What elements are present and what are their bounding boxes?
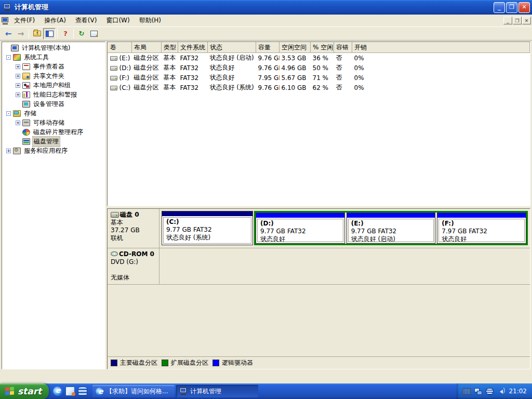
expand-expander[interactable]: + <box>6 149 11 153</box>
console-tree-icon <box>46 31 54 37</box>
col-capacity[interactable]: 容量 <box>256 43 280 53</box>
disk0-info[interactable]: 磁盘 0 基本 37.27 GB 联机 <box>108 209 159 248</box>
menu-view[interactable]: 查看(V) <box>71 15 102 26</box>
partition-c[interactable]: (C:) 9.77 GB FAT32 状态良好 (系统) <box>162 211 253 245</box>
legend-primary-partition: 主要磁盘分区 <box>111 358 157 367</box>
col-fault-tolerance[interactable]: 容错 <box>334 43 352 53</box>
mdi-close-button[interactable]: ✕ <box>522 17 531 24</box>
tree-item-system-tools[interactable]: - 系统工具 <box>2 52 105 62</box>
mdi-child-icon[interactable] <box>1 17 9 24</box>
col-pct-free[interactable]: % 空闲 <box>311 43 334 53</box>
col-type[interactable]: 类型 <box>162 43 178 53</box>
volume-row-f[interactable]: (F:) 磁盘分区基本 FAT32状态良好 7.95 GB5.67 GB 71 … <box>108 73 530 83</box>
tree-item-event-viewer[interactable]: + 事件查看器 <box>2 62 105 71</box>
disk0-partitions: (C:) 9.77 GB FAT32 状态良好 (系统) (D:) <box>159 209 530 248</box>
menu-action[interactable]: 操作(A) <box>39 15 71 26</box>
back-button[interactable]: ← <box>2 28 15 39</box>
show-hide-tree-button[interactable] <box>43 28 56 39</box>
expand-expander[interactable]: + <box>16 74 20 78</box>
tree-item-shared-folders[interactable]: + 共享文件夹 <box>2 71 105 81</box>
outlook-express-icon[interactable] <box>65 387 75 396</box>
logical-drive-band <box>256 213 344 218</box>
expand-expander[interactable]: + <box>16 83 20 88</box>
menu-file[interactable]: 文件(F) <box>9 15 39 26</box>
defragmenter-icon <box>22 129 30 136</box>
volume-row-d[interactable]: (D:) 磁盘分区基本 FAT32状态良好 9.76 GB4.96 GB 50 … <box>108 63 530 73</box>
expand-expander[interactable]: + <box>16 92 20 97</box>
disk0-status: 联机 <box>111 234 156 242</box>
menu-help[interactable]: 帮助(H) <box>135 15 166 26</box>
forward-button[interactable]: → <box>15 28 27 39</box>
refresh-button[interactable]: ↻ <box>75 28 88 39</box>
mdi-restore-button[interactable]: ❐ <box>513 17 522 24</box>
minimize-button[interactable]: _ <box>494 2 505 13</box>
expand-expander[interactable]: + <box>16 121 20 125</box>
collapse-expander[interactable]: - <box>6 111 11 116</box>
volume-row-e[interactable]: (E:) 磁盘分区基本 FAT32状态良好 (启动) 9.76 GB3.53 G… <box>108 53 530 63</box>
up-one-level-button[interactable]: ↑ <box>31 28 43 39</box>
start-button[interactable]: start <box>0 383 49 399</box>
col-overhead[interactable]: 开销 <box>352 43 530 53</box>
task-button-browser[interactable]: 【求助】请问如何格... <box>92 385 175 397</box>
title-bar[interactable]: 计算机管理 _ ❐ ✕ <box>0 0 532 15</box>
internet-explorer-icon[interactable] <box>53 387 62 396</box>
input-method-icon[interactable] <box>78 387 87 396</box>
back-icon: ← <box>5 29 12 38</box>
computer-icon <box>11 45 19 51</box>
computer-management-app-icon <box>3 4 11 11</box>
col-free-space[interactable]: 空闲空间 <box>280 43 311 53</box>
restore-button[interactable]: ❐ <box>506 2 517 13</box>
collapse-expander[interactable]: - <box>6 55 11 60</box>
ime-icon[interactable] <box>486 388 494 395</box>
col-filesystem[interactable]: 文件系统 <box>178 43 208 53</box>
tree-item-local-users-groups[interactable]: + 本地用户和组 <box>2 81 105 90</box>
tree-item-performance-logs[interactable]: + 性能日志和警报 <box>2 90 105 99</box>
tree-item-services-applications[interactable]: + 服务和应用程序 <box>2 146 105 155</box>
partition-d[interactable]: (D:) 9.77 GB FAT32 状态良好 <box>256 212 345 244</box>
export-list-button[interactable] <box>88 28 100 39</box>
volume-table-header: 卷 布局 类型 文件系统 状态 容量 空闲空间 % 空闲 容错 开销 <box>108 43 530 53</box>
extended-partition: (D:) 9.77 GB FAT32 状态良好 (E:) <box>254 211 528 245</box>
col-volume[interactable]: 卷 <box>108 43 132 53</box>
help-icon: ? <box>63 30 68 37</box>
tree-item-storage[interactable]: - 存储 <box>2 109 105 118</box>
tree-item-removable-storage[interactable]: + 可移动存储 <box>2 118 105 127</box>
col-status[interactable]: 状态 <box>208 43 256 53</box>
tree-item-disk-defragmenter[interactable]: 磁盘碎片整理程序 <box>2 127 105 137</box>
volume-icon <box>110 76 117 81</box>
cdrom-info[interactable]: CD-ROM 0 DVD (G:) 无媒体 <box>108 248 159 284</box>
tree-item-computer-management[interactable]: 计算机管理(本地) <box>2 43 105 52</box>
tree-item-device-manager[interactable]: 设备管理器 <box>2 99 105 109</box>
clock[interactable]: 21:02 <box>509 388 527 395</box>
network-icon[interactable] <box>474 388 482 395</box>
device-manager-icon <box>22 101 30 108</box>
menu-bar: 文件(F) 操作(A) 查看(V) 窗口(W) 帮助(H) _ ❐ ✕ <box>0 15 532 27</box>
primary-partition-band <box>162 211 252 216</box>
legend-extended-partition: 扩展磁盘分区 <box>162 358 208 367</box>
volume-icon <box>110 86 117 90</box>
close-button[interactable]: ✕ <box>518 2 530 13</box>
quick-launch-bar <box>49 383 91 399</box>
help-button[interactable]: ? <box>59 28 72 39</box>
volume-row-c[interactable]: (C:) 磁盘分区基本 FAT32状态良好 (系统) 9.76 GB6.10 G… <box>108 83 530 92</box>
system-tray: 21:02 <box>457 383 532 399</box>
col-layout[interactable]: 布局 <box>132 43 162 53</box>
mdi-minimize-button[interactable]: _ <box>503 17 512 24</box>
volume-icon[interactable] <box>497 388 505 395</box>
computer-management-window: 计算机管理 _ ❐ ✕ 文件(F) 操作(A) 查看(V) 窗口(W) 帮助(H… <box>0 0 532 383</box>
refresh-icon: ↻ <box>79 30 85 37</box>
expand-expander[interactable]: + <box>16 64 20 69</box>
disk-graphical-view: 磁盘 0 基本 37.27 GB 联机 (C:) 9.77 GB FAT32 <box>107 208 530 369</box>
menu-window[interactable]: 窗口(W) <box>101 15 134 26</box>
task-buttons: 【求助】请问如何格... 计算机管理 <box>91 383 457 399</box>
keyboard-icon[interactable] <box>463 388 471 395</box>
tree-item-disk-management[interactable]: 磁盘管理 <box>2 137 105 146</box>
details-panel: 卷 布局 类型 文件系统 状态 容量 空闲空间 % 空闲 容错 开销 <box>107 42 530 369</box>
logical-drive-band <box>347 213 435 218</box>
volume-icon <box>110 66 117 71</box>
partition-f[interactable]: (F:) 7.97 GB FAT32 状态良好 <box>437 212 526 244</box>
partition-e[interactable]: (E:) 9.77 GB FAT32 状态良好 (启动) <box>347 212 436 244</box>
volume-table: 卷 布局 类型 文件系统 状态 容量 空闲空间 % 空闲 容错 开销 <box>108 42 530 92</box>
disk-management-icon <box>22 138 30 145</box>
task-button-computer-management[interactable]: 计算机管理 <box>176 385 258 397</box>
